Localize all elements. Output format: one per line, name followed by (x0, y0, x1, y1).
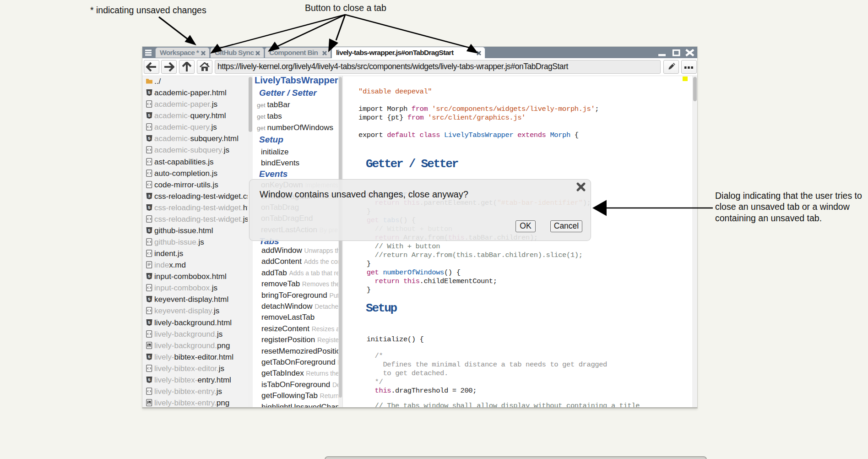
svg-text:5: 5 (148, 113, 151, 118)
svg-text:5: 5 (148, 377, 151, 382)
svg-text:3: 3 (148, 193, 150, 198)
svg-text:5: 5 (148, 296, 151, 301)
svg-text:5: 5 (148, 273, 151, 279)
svg-text:5: 5 (148, 354, 151, 359)
svg-text:5: 5 (148, 320, 151, 325)
svg-text:5: 5 (148, 228, 151, 233)
svg-text:5: 5 (148, 136, 151, 141)
svg-text:5: 5 (148, 90, 151, 95)
svg-text:5: 5 (148, 205, 151, 210)
